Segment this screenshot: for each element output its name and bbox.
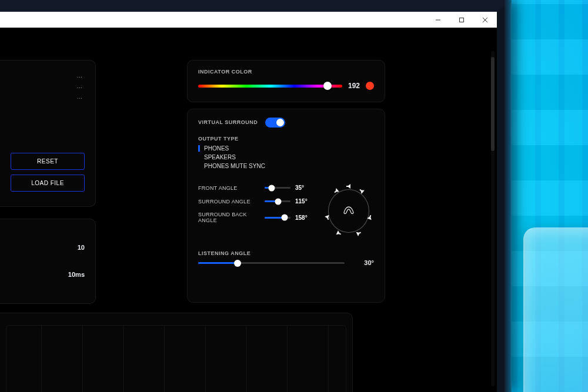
close-button[interactable] xyxy=(473,12,497,28)
surround-angle-label: SURROUND ANGLE xyxy=(198,199,260,205)
reset-button[interactable]: RESET xyxy=(11,153,85,170)
surround-back-angle-value: 158° xyxy=(295,215,313,221)
value-readout: 10ms xyxy=(68,271,85,278)
surround-angle-slider[interactable] xyxy=(265,200,290,202)
ellipsis-list: ... ... ... xyxy=(11,72,85,100)
value-readout: 10 xyxy=(78,244,85,251)
eq-graph xyxy=(6,325,346,392)
ellipsis-item[interactable]: ... xyxy=(77,82,82,89)
virtual-surround-toggle[interactable] xyxy=(265,118,285,128)
speaker-icon xyxy=(346,183,352,189)
listening-angle-label: LISTENING ANGLE xyxy=(198,250,374,256)
speaker-diagram xyxy=(323,185,374,237)
indicator-color-label: INDICATOR COLOR xyxy=(198,69,374,75)
surround-angle-value: 115° xyxy=(295,198,313,205)
glass-decor xyxy=(523,227,588,392)
listener-head-icon xyxy=(342,206,355,216)
hue-value: 192 xyxy=(348,82,360,90)
left-panel: ... ... ... RESET LOAD FILE xyxy=(0,60,96,207)
monitor-frame: ... ... ... RESET LOAD FILE 10 10ms INDI… xyxy=(0,0,512,392)
minimize-button[interactable] xyxy=(426,12,450,28)
ellipsis-item[interactable]: ... xyxy=(77,72,82,79)
hue-slider[interactable] xyxy=(198,85,342,88)
listening-angle-slider[interactable]: 30° xyxy=(198,262,345,264)
front-angle-slider[interactable] xyxy=(265,187,290,189)
maximize-button[interactable] xyxy=(450,12,473,28)
svg-rect-1 xyxy=(460,18,464,22)
virtual-surround-panel: VIRTUAL SURROUND OUTPUT TYPE PHONES SPEA… xyxy=(187,109,385,303)
output-option-phones-mute-sync[interactable]: PHONES MUTE SYNC xyxy=(198,162,374,170)
hue-thumb[interactable] xyxy=(323,82,332,90)
surround-back-angle-row: SURROUND BACK ANGLE 158° xyxy=(198,212,313,223)
output-option-speakers[interactable]: SPEAKERS xyxy=(198,153,374,162)
surround-back-angle-label: SURROUND BACK ANGLE xyxy=(198,212,260,223)
front-angle-label: FRONT ANGLE xyxy=(198,185,260,191)
ellipsis-item[interactable]: ... xyxy=(77,93,82,100)
surround-back-angle-slider[interactable] xyxy=(265,217,290,219)
front-angle-row: FRONT ANGLE 35° xyxy=(198,185,313,191)
output-option-phones[interactable]: PHONES xyxy=(198,144,374,153)
output-type-list: PHONES SPEAKERS PHONES MUTE SYNC xyxy=(198,144,374,170)
app-body: ... ... ... RESET LOAD FILE 10 10ms INDI… xyxy=(0,28,497,392)
load-file-button[interactable]: LOAD FILE xyxy=(11,175,85,192)
virtual-surround-label: VIRTUAL SURROUND xyxy=(198,119,258,125)
vertical-scrollbar[interactable] xyxy=(491,51,495,386)
left-panel-2: 10 10ms xyxy=(0,219,96,304)
indicator-color-panel: INDICATOR COLOR 192 xyxy=(187,60,385,102)
output-type-label: OUTPUT TYPE xyxy=(198,136,374,142)
eq-graph-panel xyxy=(0,313,353,392)
listening-angle-value: 30° xyxy=(364,259,374,266)
speaker-icon xyxy=(355,229,363,237)
surround-angle-row: SURROUND ANGLE 115° xyxy=(198,198,313,205)
front-angle-value: 35° xyxy=(295,185,313,191)
color-swatch xyxy=(366,82,374,90)
window-titlebar xyxy=(0,12,497,28)
